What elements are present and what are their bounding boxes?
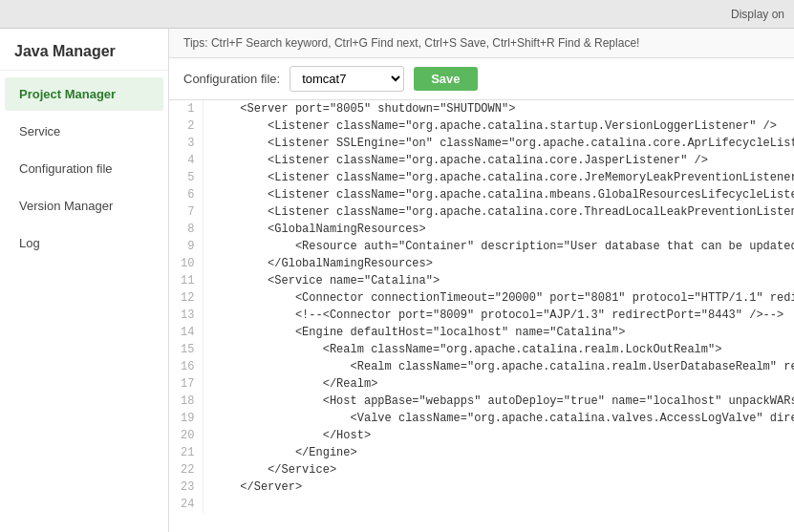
table-row: 5 <Listener className="org.apache.catali… — [169, 169, 794, 186]
line-number: 21 — [169, 444, 203, 461]
line-number: 16 — [169, 358, 203, 375]
table-row: 10 </GlobalNamingResources> — [169, 255, 794, 272]
sidebar-item-service[interactable]: Service — [5, 115, 163, 148]
line-number: 20 — [169, 427, 203, 444]
line-code: <Service name="Catalina"> — [203, 272, 794, 289]
line-number: 2 — [169, 117, 203, 135]
line-code: <Host appBase="webapps" autoDeploy="true… — [203, 393, 794, 410]
top-bar: Display on — [0, 0, 794, 29]
line-code: <Valve className="org.apache.catalina.va… — [203, 410, 794, 427]
line-code: <Listener className="org.apache.catalina… — [203, 117, 794, 135]
line-number: 11 — [169, 272, 203, 289]
line-number: 3 — [169, 135, 203, 152]
line-number: 23 — [169, 479, 203, 496]
sidebar-item-version-manager[interactable]: Version Manager — [5, 189, 163, 223]
line-code: </Realm> — [203, 375, 794, 393]
table-row: 16 <Realm className="org.apache.catalina… — [169, 358, 794, 375]
line-number: 22 — [169, 461, 203, 479]
line-number: 18 — [169, 393, 203, 410]
line-code: </Host> — [203, 427, 794, 444]
table-row: 8 <GlobalNamingResources> — [169, 221, 794, 238]
line-number: 1 — [169, 100, 203, 117]
table-row: 4 <Listener className="org.apache.catali… — [169, 152, 794, 169]
code-table: 1 <Server port="8005" shutdown="SHUTDOWN… — [169, 100, 794, 513]
tips-bar: Tips: Ctrl+F Search keyword, Ctrl+G Find… — [169, 29, 794, 58]
line-number: 9 — [169, 238, 203, 255]
table-row: 14 <Engine defaultHost="localhost" name=… — [169, 324, 794, 341]
table-row: 12 <Connector connectionTimeout="20000" … — [169, 289, 794, 307]
sidebar-item-log[interactable]: Log — [5, 226, 163, 260]
line-number: 6 — [169, 186, 203, 203]
line-number: 8 — [169, 221, 203, 238]
table-row: 7 <Listener className="org.apache.catali… — [169, 203, 794, 221]
sidebar: Java Manager Project Manager Service Con… — [0, 29, 169, 532]
table-row: 6 <Listener className="org.apache.catali… — [169, 186, 794, 203]
line-code: <Listener className="org.apache.catalina… — [203, 203, 794, 221]
table-row: 2 <Listener className="org.apache.catali… — [169, 117, 794, 135]
line-code: <Realm className="org.apache.catalina.re… — [203, 358, 794, 375]
line-code: <Listener className="org.apache.catalina… — [203, 152, 794, 169]
table-row: 15 <Realm className="org.apache.catalina… — [169, 341, 794, 358]
config-file-label: Configuration file: — [183, 72, 280, 86]
line-code: <Server port="8005" shutdown="SHUTDOWN"> — [203, 100, 794, 117]
save-button[interactable]: Save — [414, 67, 477, 91]
main-content: Tips: Ctrl+F Search keyword, Ctrl+G Find… — [169, 29, 794, 532]
line-code — [203, 496, 794, 513]
code-editor[interactable]: 1 <Server port="8005" shutdown="SHUTDOWN… — [169, 100, 794, 532]
line-number: 15 — [169, 341, 203, 358]
line-code: <Listener SSLEngine="on" className="org.… — [203, 135, 794, 152]
line-code: </Server> — [203, 479, 794, 496]
table-row: 22 </Service> — [169, 461, 794, 479]
table-row: 24 — [169, 496, 794, 513]
line-number: 10 — [169, 255, 203, 272]
line-code: <Realm className="org.apache.catalina.re… — [203, 341, 794, 358]
line-number: 12 — [169, 289, 203, 307]
line-code: </GlobalNamingResources> — [203, 255, 794, 272]
line-code: <!--<Connector port="8009" protocol="AJP… — [203, 307, 794, 324]
table-row: 20 </Host> — [169, 427, 794, 444]
line-code: <Listener className="org.apache.catalina… — [203, 169, 794, 186]
line-code: </Engine> — [203, 444, 794, 461]
line-code: <GlobalNamingResources> — [203, 221, 794, 238]
line-number: 4 — [169, 152, 203, 169]
table-row: 19 <Valve className="org.apache.catalina… — [169, 410, 794, 427]
table-row: 9 <Resource auth="Container" description… — [169, 238, 794, 255]
table-row: 21 </Engine> — [169, 444, 794, 461]
config-file-select[interactable]: tomcat7 tomcat8 tomcat9 — [290, 66, 404, 92]
app-title: Java Manager — [0, 29, 168, 71]
line-number: 17 — [169, 375, 203, 393]
line-code: </Service> — [203, 461, 794, 479]
toolbar: Configuration file: tomcat7 tomcat8 tomc… — [169, 58, 794, 100]
sidebar-nav: Project Manager Service Configuration fi… — [0, 71, 168, 262]
table-row: 3 <Listener SSLEngine="on" className="or… — [169, 135, 794, 152]
line-number: 19 — [169, 410, 203, 427]
line-number: 5 — [169, 169, 203, 186]
table-row: 13 <!--<Connector port="8009" protocol="… — [169, 307, 794, 324]
app-container: Java Manager Project Manager Service Con… — [0, 29, 794, 532]
line-number: 13 — [169, 307, 203, 324]
table-row: 23 </Server> — [169, 479, 794, 496]
line-code: <Engine defaultHost="localhost" name="Ca… — [203, 324, 794, 341]
sidebar-item-configuration-file[interactable]: Configuration file — [5, 152, 163, 185]
table-row: 17 </Realm> — [169, 375, 794, 393]
table-row: 1 <Server port="8005" shutdown="SHUTDOWN… — [169, 100, 794, 117]
table-row: 11 <Service name="Catalina"> — [169, 272, 794, 289]
line-number: 7 — [169, 203, 203, 221]
line-number: 24 — [169, 496, 203, 513]
tips-text: Tips: Ctrl+F Search keyword, Ctrl+G Find… — [183, 36, 639, 50]
display-label: Display on — [731, 8, 784, 21]
sidebar-item-project-manager[interactable]: Project Manager — [5, 77, 163, 111]
table-row: 18 <Host appBase="webapps" autoDeploy="t… — [169, 393, 794, 410]
line-code: <Listener className="org.apache.catalina… — [203, 186, 794, 203]
line-code: <Resource auth="Container" description="… — [203, 238, 794, 255]
line-number: 14 — [169, 324, 203, 341]
line-code: <Connector connectionTimeout="20000" por… — [203, 289, 794, 307]
